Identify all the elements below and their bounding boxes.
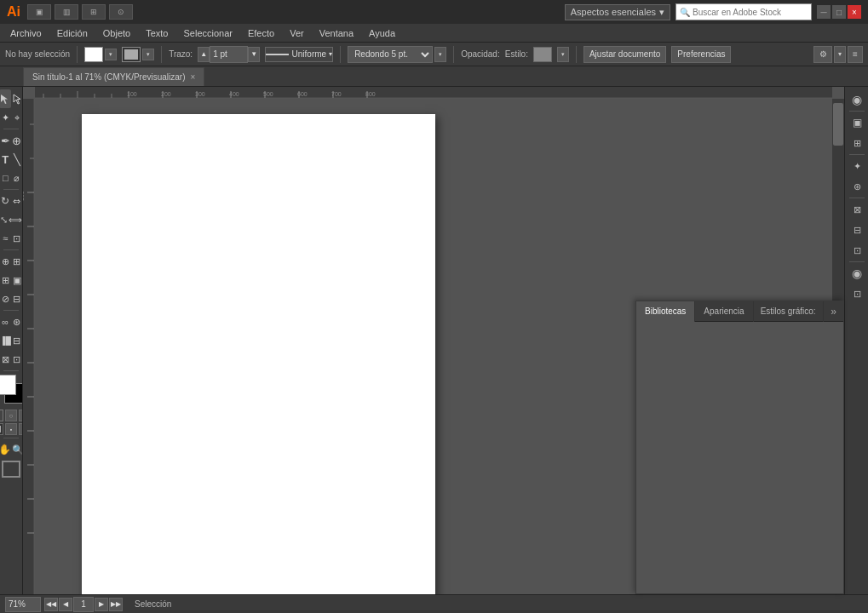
perspective-tool[interactable]: ⊞ — [12, 252, 23, 271]
zoom-level-input[interactable] — [5, 597, 41, 612]
arrange-icon[interactable]: ≡ — [848, 46, 863, 63]
menu-texto[interactable]: Texto — [139, 26, 175, 40]
swatches-icon[interactable]: ⊞ — [848, 134, 866, 152]
stroke-value[interactable] — [210, 46, 248, 63]
menu-archivo[interactable]: Archivo — [3, 26, 49, 40]
behind-mode-icon[interactable]: ○ — [5, 410, 17, 421]
shape-builder-tool[interactable]: ⊕ — [0, 252, 11, 271]
document-tab[interactable]: Sin título-1 al 71% (CMYK/Previsualizar)… — [23, 67, 204, 86]
menu-seleccionar[interactable]: Seleccionar — [176, 26, 239, 40]
gradient-tool[interactable]: ▣ — [12, 271, 23, 289]
type-tool[interactable]: T — [0, 150, 11, 169]
last-page-button[interactable]: ▶▶ — [109, 598, 123, 611]
menu-ventana[interactable]: Ventana — [313, 26, 360, 40]
color-boxes: ⇄ ⊟ — [0, 375, 23, 407]
cc-libraries-icon[interactable]: ◉ — [848, 264, 866, 283]
measure-tool[interactable]: ⊟ — [12, 289, 23, 308]
foreground-color[interactable] — [0, 375, 16, 395]
preferences-button[interactable]: Preferencias — [671, 46, 731, 63]
type-row: T ╲ — [0, 150, 22, 169]
gradient-icon[interactable]: ▣ — [848, 113, 866, 132]
full-screen-icon[interactable]: ▪ — [5, 423, 17, 435]
style-color[interactable] — [533, 47, 552, 62]
maximize-button[interactable]: □ — [832, 5, 846, 19]
reflect-tool[interactable]: ⇔ — [12, 192, 23, 210]
warp-tool[interactable]: ≈ — [0, 229, 11, 248]
stock-search[interactable]: 🔍 — [675, 3, 812, 20]
zoom-tool[interactable]: 🔍 — [12, 440, 23, 459]
stroke-color-swatch[interactable] — [122, 47, 141, 62]
prev-page-button[interactable]: ◀ — [59, 598, 72, 611]
cap-style-select[interactable]: Redondo 5 pt. — [348, 46, 433, 63]
tab-estilos-graficos[interactable]: Estilos gráfico: — [754, 301, 824, 322]
symbols-icon[interactable]: ⊛ — [848, 177, 866, 196]
direct-selection-tool[interactable] — [12, 89, 24, 108]
brushes-icon[interactable]: ✦ — [848, 157, 866, 175]
scroll-thumb-v[interactable] — [833, 103, 843, 146]
fill-color-swatch[interactable] — [84, 47, 103, 62]
hand-tool[interactable]: ✋ — [0, 440, 11, 459]
workspace-selector[interactable]: Aspectos esenciales ▾ — [565, 4, 670, 20]
line-tool[interactable]: ╲ — [12, 150, 23, 169]
mode-icon-3[interactable]: ⊞ — [82, 4, 106, 20]
rectangle-tool[interactable]: □ — [0, 169, 11, 187]
fill-arrow[interactable]: ▾ — [105, 49, 117, 60]
presentation-icon[interactable]: ▪ — [19, 423, 23, 435]
mode-icon-4[interactable]: ⊙ — [109, 4, 133, 20]
page-number-input[interactable] — [73, 597, 94, 612]
svg-marker-0 — [1, 95, 8, 104]
pen-tool[interactable]: ✒ — [0, 131, 11, 150]
search-input[interactable] — [693, 8, 808, 17]
layers-icon[interactable]: ⊟ — [848, 221, 866, 239]
cap-arrow[interactable]: ▾ — [434, 47, 446, 62]
free-transform-tool[interactable]: ⊡ — [12, 229, 23, 248]
paintbrush-tool[interactable]: ⌀ — [12, 169, 23, 187]
eyedropper-tool[interactable]: ⊘ — [0, 289, 11, 308]
asset-export-icon[interactable]: ⊡ — [848, 284, 866, 303]
width-tool[interactable]: ⟺ — [9, 210, 22, 229]
menu-ver[interactable]: Ver — [283, 26, 311, 40]
stroke-up[interactable]: ▲ — [198, 47, 210, 62]
style-arrow[interactable]: ▾ — [557, 47, 569, 62]
normal-mode-icon[interactable] — [0, 410, 3, 421]
menu-objeto[interactable]: Objeto — [96, 26, 137, 40]
tab-apariencia[interactable]: Apariencia — [695, 301, 753, 322]
stroke-type[interactable]: Uniforme ▾ — [265, 47, 333, 62]
slice-select-tool[interactable]: ⊡ — [12, 350, 23, 369]
first-page-button[interactable]: ◀◀ — [44, 598, 58, 611]
options-more[interactable]: ▾ — [834, 46, 846, 63]
standard-screen-icon[interactable] — [0, 423, 3, 435]
slice-tool[interactable]: ⊠ — [0, 350, 11, 369]
magic-wand-tool[interactable]: ✦ — [0, 108, 11, 127]
symbol-tool[interactable]: ⊛ — [12, 312, 23, 331]
menu-efecto[interactable]: Efecto — [241, 26, 281, 40]
color-panel-icon[interactable]: ◉ — [848, 90, 866, 109]
next-page-button[interactable]: ▶ — [95, 598, 108, 611]
minimize-button[interactable]: ─ — [817, 5, 831, 19]
graphic-styles-icon[interactable]: ⊠ — [848, 200, 866, 219]
close-button[interactable]: × — [848, 5, 861, 19]
artboard-tool[interactable]: ⊟ — [12, 331, 22, 350]
menu-ayuda[interactable]: Ayuda — [362, 26, 402, 40]
rotate-tool[interactable]: ↻ — [0, 192, 11, 210]
screen-mode-icon[interactable] — [2, 461, 20, 478]
links-icon[interactable]: ⊡ — [848, 241, 866, 260]
tab-bibliotecas[interactable]: Bibliotecas — [636, 301, 695, 322]
mode-icon-1[interactable]: ▣ — [27, 4, 51, 20]
lasso-tool[interactable]: ⌖ — [12, 108, 23, 127]
adjust-document-button[interactable]: Ajustar documento — [583, 46, 666, 63]
selection-tool[interactable] — [0, 89, 11, 108]
column-graph-tool[interactable]: ▐█ — [0, 331, 11, 350]
blend-tool[interactable]: ∞ — [0, 312, 11, 331]
tab-close-button[interactable]: × — [191, 72, 196, 82]
inside-mode-icon[interactable]: □ — [19, 410, 23, 421]
menu-edicion[interactable]: Edición — [50, 26, 95, 40]
stroke-down[interactable]: ▼ — [248, 47, 260, 62]
panel-more-button[interactable]: » — [824, 306, 843, 318]
add-anchor-tool[interactable]: ⊕ — [12, 131, 23, 150]
scale-tool[interactable]: ⤡ — [0, 210, 8, 229]
stroke-arrow[interactable]: ▾ — [142, 49, 154, 60]
mesh-tool[interactable]: ⊞ — [0, 271, 11, 289]
panel-options-icon[interactable]: ⚙ — [813, 46, 832, 63]
mode-icon-2[interactable]: ▥ — [55, 4, 78, 20]
